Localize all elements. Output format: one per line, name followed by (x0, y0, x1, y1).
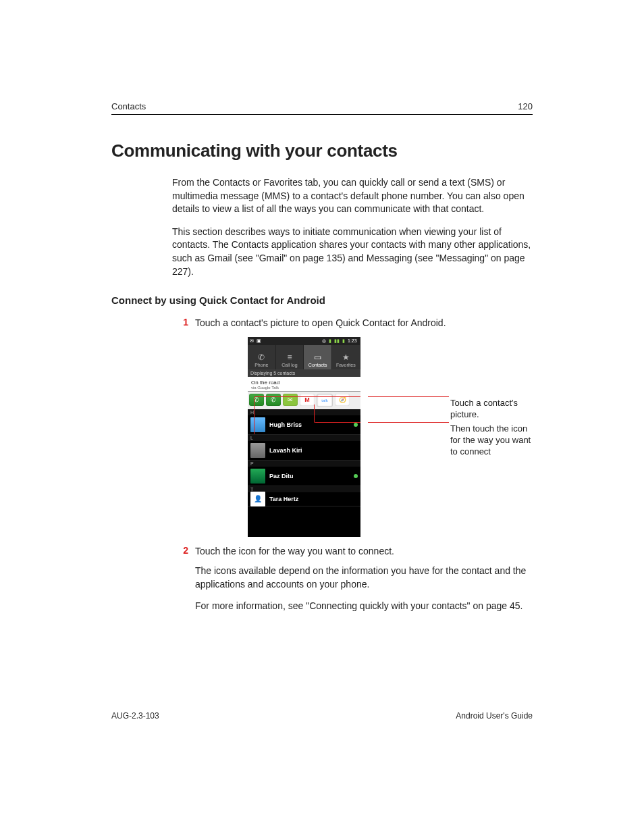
annotation-line (314, 405, 315, 423)
call-icon[interactable]: ✆ (249, 394, 264, 406)
contact-row[interactable]: 👤 Tara Hertz (248, 492, 360, 506)
index-letter: P (248, 461, 360, 467)
notif-icon: ▣ (257, 338, 261, 343)
avatar[interactable] (250, 417, 265, 432)
quick-contact-status: On the road via Google Talk (248, 377, 360, 392)
step-subtext: For more information, see "Connecting qu… (195, 600, 533, 613)
step-2: 2 Touch the icon for the way you want to… (172, 545, 533, 558)
step-subtext: The icons available depend on the inform… (195, 565, 533, 591)
presence-dot (354, 474, 358, 478)
callout-2: Then touch the icon for the way you want… (450, 423, 533, 458)
tab-favorites[interactable]: ★ Favorites (332, 345, 360, 369)
intro-paragraph-2: This section describes ways to initiate … (172, 226, 533, 278)
step-1: 1 Touch a contact's picture to open Quic… (172, 317, 533, 330)
call-icon[interactable]: ✆ (266, 394, 281, 406)
index-letter: H (248, 409, 360, 415)
sms-icon[interactable]: ✉ (283, 394, 298, 406)
contact-row[interactable]: Hugh Briss (248, 415, 360, 435)
footer-doc-id: AUG-2.3-103 (111, 711, 159, 721)
index-letter: L (248, 435, 360, 441)
annotation-line (368, 396, 449, 397)
callout-1: Touch a contact's picture. (450, 398, 533, 421)
quick-contact-bar: ✆ ✆ ✉ M talk 🧭 (248, 392, 360, 409)
contact-name: Lavash Kiri (269, 447, 358, 454)
annotation-line (254, 397, 254, 434)
annotation-line (254, 396, 360, 397)
page-footer: AUG-2.3-103 Android User's Guide (111, 711, 533, 721)
annotation-line (315, 422, 360, 423)
contact-name: Paz Ditu (269, 473, 354, 479)
display-count: Displaying 5 contacts (248, 369, 360, 377)
contact-row[interactable]: Lavash Kiri (248, 441, 360, 461)
status-clock: 1:23 (348, 338, 357, 343)
avatar[interactable] (250, 469, 265, 484)
contact-name: Tara Hertz (269, 496, 358, 502)
step-text: Touch the icon for the way you want to c… (195, 545, 533, 558)
footer-doc-title: Android User's Guide (456, 711, 533, 721)
subheading: Connect by using Quick Contact for Andro… (111, 294, 533, 306)
intro-paragraph-1: From the Contacts or Favorites tab, you … (172, 176, 533, 216)
tab-bar: ✆ Phone ≡ Call log ▭ Contacts ★ Favorite… (248, 345, 360, 369)
status-text: On the road (251, 380, 357, 386)
phone-screenshot: ✉ ▣ ◎ ▮ ▮▮ ▮ 1:23 ✆ Phone (248, 337, 360, 537)
list-icon: ≡ (276, 352, 304, 363)
gps-icon: ◎ (322, 338, 326, 343)
step-text: Touch a contact's picture to open Quick … (195, 317, 533, 330)
header-page-number: 120 (518, 101, 533, 111)
star-icon: ★ (332, 352, 360, 363)
step-number: 2 (172, 545, 195, 558)
avatar[interactable]: 👤 (250, 492, 265, 506)
step-number: 1 (172, 317, 195, 330)
gmail-icon[interactable]: M (300, 394, 315, 406)
figure: ✉ ▣ ◎ ▮ ▮▮ ▮ 1:23 ✆ Phone (248, 337, 533, 537)
page-header: Contacts 120 (111, 101, 533, 115)
intro-block: From the Contacts or Favorites tab, you … (172, 176, 533, 278)
maps-icon[interactable]: 🧭 (335, 394, 350, 406)
tab-phone[interactable]: ✆ Phone (248, 345, 276, 369)
tab-calllog[interactable]: ≡ Call log (276, 345, 304, 369)
battery-icon: ▮ (342, 338, 345, 343)
contacts-icon: ▭ (304, 352, 331, 363)
data-icon: ▮ (329, 338, 331, 343)
notif-icon: ✉ (250, 338, 254, 343)
avatar[interactable] (250, 443, 265, 458)
annotation-line (368, 422, 449, 423)
signal-icon: ▮▮ (334, 338, 340, 343)
header-section: Contacts (111, 101, 146, 111)
tab-contacts[interactable]: ▭ Contacts (304, 345, 332, 369)
talk-icon[interactable]: talk (317, 394, 333, 407)
page-title: Communicating with your contacts (111, 140, 533, 161)
phone-icon: ✆ (248, 352, 275, 363)
status-bar: ✉ ▣ ◎ ▮ ▮▮ ▮ 1:23 (248, 337, 360, 345)
presence-dot (354, 423, 358, 427)
contact-row[interactable]: Paz Ditu (248, 467, 360, 486)
status-subtext: via Google Talk (251, 386, 357, 390)
